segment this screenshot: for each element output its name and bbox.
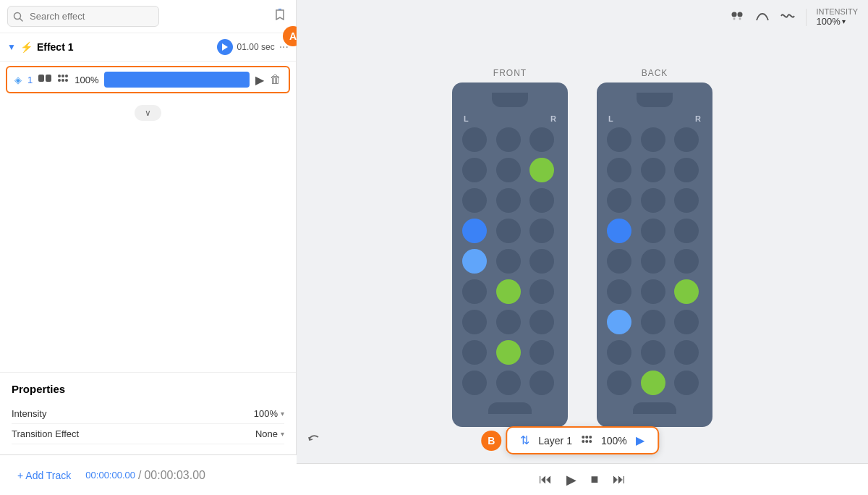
undo-button[interactable] [307,433,323,452]
keyboard-key[interactable] [674,219,699,243]
keyboard-key[interactable] [674,249,699,274]
bottom-layer-bar: B ⇅ Layer 1 100% ▶ [506,426,659,454]
collapse-button[interactable]: ∨ [135,105,161,121]
intensity-row: Intensity 100% ▾ [12,404,284,424]
layer-grid-icon [57,73,69,86]
keyboard-key[interactable] [496,249,521,274]
keyboard-key[interactable] [674,188,699,213]
layer-bar-play[interactable]: ▶ [636,433,644,447]
keyboard-key[interactable] [496,340,521,365]
keyboard-key[interactable] [641,371,665,395]
keyboard-key[interactable] [607,158,631,182]
keyboard-key[interactable] [496,219,521,243]
svg-rect-4 [38,75,44,82]
keyboard-key[interactable] [607,310,631,334]
layer-delete-button[interactable]: 🗑 [270,73,281,86]
keyboard-key[interactable] [529,158,554,182]
time-total: 00:00:03.00 [144,469,205,482]
keyboard-key[interactable] [529,219,554,243]
keyboard-key[interactable] [496,279,521,304]
svg-point-16 [582,436,584,439]
keyboard-key[interactable] [607,279,631,304]
keyboard-key[interactable] [529,279,554,304]
keyboard-key[interactable] [529,371,554,395]
keyboard-key[interactable] [674,371,699,395]
keyboard-key[interactable] [641,219,665,243]
keyboard-key[interactable] [462,158,487,182]
curve-icon[interactable] [755,10,770,25]
keyboard-key[interactable] [641,310,665,334]
keyboard-key[interactable] [641,127,665,152]
svg-point-6 [58,75,61,77]
bookmark-button[interactable] [271,6,289,27]
play-button[interactable]: ▶ [566,472,576,488]
stop-button[interactable]: ■ [591,472,599,487]
keyboard-key[interactable] [641,249,665,274]
keyboard-key[interactable] [462,219,487,243]
keyboard-key[interactable] [607,219,631,243]
effect-play-button[interactable] [217,39,233,55]
svg-point-9 [58,79,61,82]
keyboard-key[interactable] [462,279,487,304]
keyboard-key[interactable] [607,340,631,365]
keyboard-key[interactable] [462,127,487,152]
keyboard-key[interactable] [462,340,487,365]
keyboard-grid [459,127,561,395]
keyboard-key[interactable] [641,279,665,304]
layer-color-bar[interactable] [104,72,250,88]
keyboard-key[interactable] [674,158,699,182]
transition-value[interactable]: None ▾ [255,428,284,439]
keyboard-key[interactable] [607,371,631,395]
keyboard-key[interactable] [462,371,487,395]
keyboard-key[interactable] [674,279,699,304]
intensity-toolbar-value: 100% ▾ [817,16,858,27]
intensity-label: Intensity [12,408,46,419]
skip-forward-button[interactable]: ⏭ [613,472,626,487]
keyboard-key[interactable] [496,127,521,152]
keyboard-key[interactable] [674,310,699,334]
add-track-button[interactable]: + Add Track [10,465,78,486]
svg-point-11 [65,79,68,82]
keyboard-key[interactable] [641,158,665,182]
layer-play-button[interactable]: ▶ [255,73,264,87]
keyboard-key[interactable] [529,340,554,365]
keyboard-key[interactable] [462,310,487,334]
keyboard-l-label: L [464,114,469,123]
collapse-arrow[interactable]: ▼ [7,42,16,52]
dots-icon[interactable] [729,10,745,25]
keyboard-key[interactable] [462,249,487,274]
keyboard-key[interactable] [496,158,521,182]
keyboard-key[interactable] [607,127,631,152]
keyboard-lr-labels: LR [604,114,705,123]
keyboard-key[interactable] [607,249,631,274]
keyboard-bottom-notch [488,402,532,414]
intensity-display: INTENSITY 100% ▾ [817,7,858,27]
keyboard-key[interactable] [496,310,521,334]
keyboard-key[interactable] [674,127,699,152]
bottom-bar: + Add Track 00:00:00.00 / 00:00:03.00 [0,454,297,495]
keyboard-key[interactable] [641,188,665,213]
keyboard-key[interactable] [462,188,487,213]
time-current: 00:00:00.00 [85,470,135,481]
keyboard-key[interactable] [496,371,521,395]
skip-back-button[interactable]: ⏮ [539,472,552,487]
layer-sort-icon[interactable]: ⇅ [520,433,529,447]
keyboard-key[interactable] [674,340,699,365]
keyboard-key[interactable] [529,249,554,274]
keyboard-top-notch [637,93,673,107]
keyboard-key[interactable] [607,188,631,213]
keyboard-key[interactable] [496,188,521,213]
keyboard-key[interactable] [641,340,665,365]
layer-percent: 100% [75,75,98,85]
keyboard-key[interactable] [529,127,554,152]
keyboard-key[interactable] [529,310,554,334]
layer-bar-grid-icon [581,434,592,447]
transition-chevron: ▾ [281,430,284,438]
layer-bar-percent: 100% [601,435,627,447]
toolbar-divider [806,9,807,26]
intensity-toolbar-label: INTENSITY [817,7,858,16]
search-input[interactable] [7,6,159,27]
keyboard-key[interactable] [529,188,554,213]
intensity-value[interactable]: 100% ▾ [254,408,284,419]
wave-icon[interactable] [780,10,796,25]
